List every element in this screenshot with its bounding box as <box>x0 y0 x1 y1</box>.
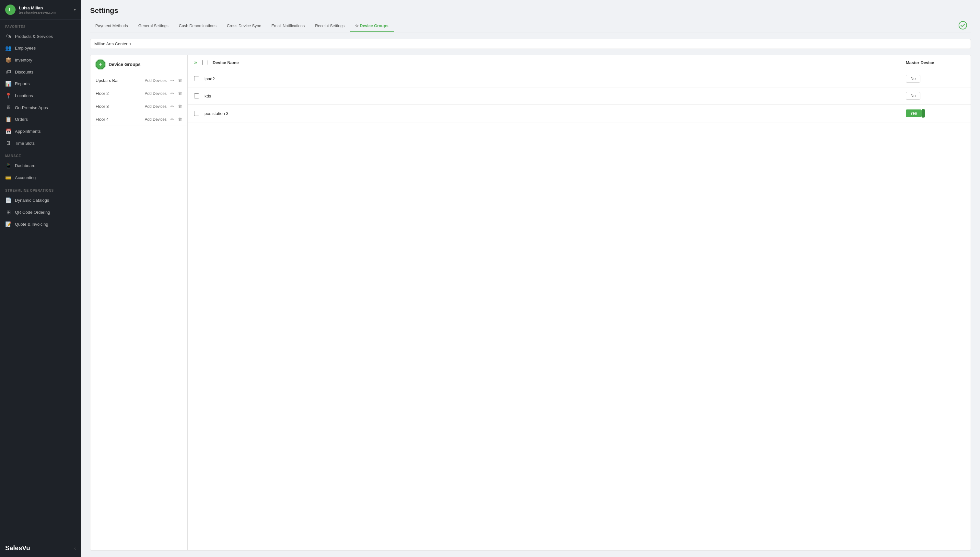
reports-icon: 📊 <box>5 81 11 87</box>
group-actions: Add Devices ✏ 🗑 <box>145 104 182 109</box>
right-panel-header: » Device Name Master Device <box>188 55 970 70</box>
delete-group-icon[interactable]: 🗑 <box>178 78 182 83</box>
master-toggle-kds[interactable]: No <box>906 92 920 100</box>
col-header-device-name: Device Name <box>212 60 901 65</box>
accounting-icon: 💳 <box>5 174 11 181</box>
delete-group-icon[interactable]: 🗑 <box>178 117 182 122</box>
group-actions: Add Devices ✏ 🗑 <box>145 91 182 96</box>
sidebar-item-label: Time Slots <box>15 141 35 146</box>
dropdown-chevron-icon: ▾ <box>130 42 131 46</box>
orders-icon: 📋 <box>5 116 11 122</box>
master-cell-ipad2: No <box>906 75 964 83</box>
sidebar-item-label: Locations <box>15 93 33 98</box>
sidebar-item-accounting[interactable]: 💳 Accounting <box>0 172 81 184</box>
qr-code-ordering-icon: ⊞ <box>5 209 11 215</box>
avatar: L <box>5 5 16 15</box>
dynamic-catalogs-icon: 📄 <box>5 197 11 204</box>
master-cell-pos-station-3: Yes <box>906 109 964 117</box>
sidebar-item-discounts[interactable]: 🏷 Discounts <box>0 66 81 78</box>
device-row-ipad2: ipad2 No <box>188 70 970 88</box>
add-devices-link[interactable]: Add Devices <box>145 117 167 122</box>
on-premise-apps-icon: 🖥 <box>5 104 11 111</box>
sidebar-item-quote-invoicing[interactable]: 📝 Quote & Invoicing <box>0 218 81 230</box>
expand-panel-icon[interactable]: » <box>194 60 197 65</box>
group-row-floor-4[interactable]: Floor 4 Add Devices ✏ 🗑 <box>90 113 187 126</box>
edit-group-icon[interactable]: ✏ <box>170 117 174 122</box>
sidebar-item-locations[interactable]: 📍 Locations <box>0 90 81 102</box>
locations-icon: 📍 <box>5 93 11 99</box>
add-devices-link[interactable]: Add Devices <box>145 104 167 109</box>
checkmark-icon <box>959 21 967 31</box>
favorites-section-label: FAVORITES <box>0 20 81 31</box>
inventory-icon: 📦 <box>5 57 11 63</box>
manage-section-label: MANAGE <box>0 149 81 160</box>
sidebar-item-label: Dashboard <box>15 163 36 168</box>
sidebar-item-appointments[interactable]: 📅 Appointments <box>0 125 81 137</box>
delete-group-icon[interactable]: 🗑 <box>178 104 182 109</box>
sidebar-item-inventory[interactable]: 📦 Inventory <box>0 54 81 66</box>
device-checkbox-ipad2[interactable] <box>194 76 199 81</box>
device-name-pos-station-3: pos station 3 <box>204 111 901 116</box>
user-menu-chevron[interactable]: ▾ <box>74 7 76 12</box>
tab-device-groups[interactable]: ☆Device Groups <box>350 20 394 32</box>
tab-receipt-settings[interactable]: Receipt Settings <box>310 20 350 32</box>
group-row-floor-3[interactable]: Floor 3 Add Devices ✏ 🗑 <box>90 100 187 113</box>
device-checkbox-kds[interactable] <box>194 93 199 98</box>
master-toggle-yes-wrapper[interactable]: Yes <box>906 109 925 117</box>
tab-payment-methods[interactable]: Payment Methods <box>90 20 133 32</box>
tab-email-notifications[interactable]: Email Notifications <box>266 20 310 32</box>
sidebar-logo-area: SalesVu ‹ <box>0 539 81 557</box>
location-label: Millan Arts Center <box>94 41 128 46</box>
group-actions: Add Devices ✏ 🗑 <box>145 78 182 83</box>
time-slots-icon: 🗓 <box>5 140 11 146</box>
group-actions: Add Devices ✏ 🗑 <box>145 117 182 122</box>
tab-cross-device-sync[interactable]: Cross Device Sync <box>222 20 266 32</box>
add-devices-link[interactable]: Add Devices <box>145 78 167 83</box>
master-cell-kds: No <box>906 92 964 100</box>
employees-icon: 👥 <box>5 45 11 51</box>
add-device-group-button[interactable]: + <box>96 60 105 69</box>
sidebar-header[interactable]: L Luisa Millan tessitura@salesvu.com ▾ <box>0 0 81 20</box>
sidebar-item-label: Discounts <box>15 70 33 75</box>
salesvu-logo: SalesVu <box>5 544 30 552</box>
group-row-upstairs-bar[interactable]: Upstairs Bar Add Devices ✏ 🗑 <box>90 74 187 87</box>
sidebar-item-on-premise-apps[interactable]: 🖥 On-Premise Apps <box>0 102 81 113</box>
tab-star-icon: ☆ <box>355 23 359 28</box>
page-title: Settings <box>90 7 971 15</box>
device-checkbox-pos-station-3[interactable] <box>194 111 199 116</box>
add-devices-link[interactable]: Add Devices <box>145 91 167 96</box>
group-row-floor-2[interactable]: Floor 2 Add Devices ✏ 🗑 <box>90 87 187 100</box>
sidebar-item-label: Dynamic Catalogs <box>15 198 49 203</box>
delete-group-icon[interactable]: 🗑 <box>178 91 182 96</box>
device-name-kds: kds <box>204 94 901 98</box>
device-groups-table: + Device Groups Upstairs Bar Add Devices… <box>90 55 971 550</box>
device-row-pos-station-3: pos station 3 Yes <box>188 104 970 122</box>
sidebar-item-dynamic-catalogs[interactable]: 📄 Dynamic Catalogs <box>0 194 81 206</box>
tab-checkmark-area <box>959 21 971 31</box>
sidebar-item-time-slots[interactable]: 🗓 Time Slots <box>0 137 81 149</box>
sidebar-item-employees[interactable]: 👥 Employees <box>0 42 81 54</box>
sidebar-item-orders[interactable]: 📋 Orders <box>0 113 81 125</box>
sidebar-item-label: Appointments <box>15 129 41 134</box>
sidebar-item-label: Inventory <box>15 58 32 62</box>
master-toggle-ipad2[interactable]: No <box>906 75 920 83</box>
sidebar-item-qr-code-ordering[interactable]: ⊞ QR Code Ordering <box>0 206 81 218</box>
edit-group-icon[interactable]: ✏ <box>170 104 174 109</box>
tab-cash-denominations[interactable]: Cash Denominations <box>174 20 222 32</box>
sidebar-item-label: Reports <box>15 81 30 86</box>
edit-group-icon[interactable]: ✏ <box>170 91 174 96</box>
user-email: tessitura@salesvu.com <box>19 10 74 14</box>
master-toggle-pos-station-3[interactable]: Yes <box>906 109 922 117</box>
sidebar-item-label: Quote & Invoicing <box>15 222 48 227</box>
left-panel: + Device Groups Upstairs Bar Add Devices… <box>90 55 188 550</box>
sidebar-item-products-services[interactable]: 🛍 Products & Services <box>0 31 81 42</box>
sidebar-item-dashboard[interactable]: 📱 Dashboard <box>0 160 81 172</box>
group-name: Upstairs Bar <box>96 78 119 83</box>
edit-group-icon[interactable]: ✏ <box>170 78 174 83</box>
sidebar-collapse-button[interactable]: ‹ <box>74 546 76 551</box>
location-dropdown[interactable]: Millan Arts Center ▾ <box>90 39 971 49</box>
select-all-checkbox[interactable] <box>202 60 207 65</box>
sidebar-item-reports[interactable]: 📊 Reports <box>0 78 81 90</box>
sidebar-item-label: Employees <box>15 46 36 50</box>
tab-general-settings[interactable]: General Settings <box>133 20 174 32</box>
